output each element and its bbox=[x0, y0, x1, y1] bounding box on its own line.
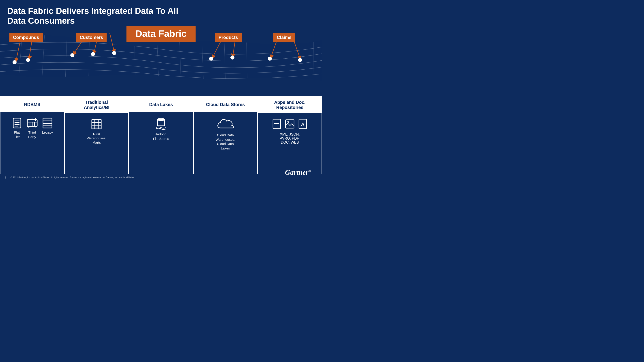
data-fabric-badge: Data Fabric bbox=[126, 26, 196, 42]
hadoop-label: Hadoop,File Stores bbox=[153, 132, 169, 141]
svg-point-25 bbox=[70, 53, 74, 57]
flat-files-item: FlatFiles bbox=[12, 118, 22, 139]
apps-docs-header: Apps and Doc.Repositories bbox=[258, 97, 322, 113]
svg-point-24 bbox=[26, 58, 30, 62]
flat-files-icon bbox=[12, 118, 22, 128]
third-party-label: ThirdParty bbox=[28, 130, 36, 139]
svg-line-13 bbox=[313, 31, 314, 89]
svg-point-26 bbox=[91, 52, 95, 56]
svg-rect-42 bbox=[92, 119, 101, 129]
image-doc-icon bbox=[284, 119, 295, 129]
svg-text:A: A bbox=[301, 121, 304, 127]
third-party-item: ThirdParty bbox=[27, 118, 38, 139]
cloud-data-stores-category: Cloud Data Stores Cloud DataWarehouses,C… bbox=[193, 96, 258, 174]
cloud-label: Cloud DataWarehouses,Cloud DataLakes bbox=[216, 133, 235, 150]
cloud-item: Cloud DataWarehouses,Cloud DataLakes bbox=[216, 118, 235, 150]
svg-point-55 bbox=[287, 121, 289, 123]
xml-doc-item bbox=[272, 119, 282, 129]
data-warehouse-item: DataWarehouses/Marts bbox=[87, 119, 106, 145]
svg-line-10 bbox=[246, 31, 248, 89]
data-categories-section: RDBMS FlatFiles bbox=[0, 96, 322, 174]
page-number: 4 bbox=[4, 176, 6, 179]
cloud-icon bbox=[216, 118, 234, 131]
svg-rect-32 bbox=[13, 118, 21, 128]
customers-label: Customers bbox=[76, 33, 106, 42]
gartner-logo: Gartner® bbox=[285, 168, 311, 177]
svg-point-28 bbox=[209, 57, 213, 61]
rdbms-header: RDBMS bbox=[0, 97, 64, 112]
text-doc-item: A bbox=[297, 119, 308, 129]
data-warehouse-label: DataWarehouses/Marts bbox=[87, 132, 106, 145]
hadoop-icon bbox=[155, 118, 167, 130]
svg-line-8 bbox=[202, 31, 204, 89]
analytics-header: TraditionalAnalytics/BI bbox=[65, 97, 128, 113]
legacy-label: Legacy bbox=[42, 130, 53, 135]
apps-docs-icons: A XML, JSON,AVRO, PDF,DOC, WEB bbox=[258, 113, 322, 147]
svg-point-29 bbox=[230, 55, 234, 59]
xml-label: XML, JSON,AVRO, PDF,DOC, WEB bbox=[260, 132, 319, 145]
apps-docs-category: Apps and Doc.Repositories bbox=[258, 96, 322, 174]
text-doc-icon: A bbox=[297, 119, 308, 129]
page-title: Data Fabric Delivers Integrated Data To … bbox=[7, 6, 182, 26]
svg-rect-54 bbox=[286, 120, 294, 128]
rdbms-icons: FlatFiles Thir bbox=[10, 112, 55, 141]
compounds-label: Compounds bbox=[10, 33, 43, 42]
data-lakes-header: Data Lakes bbox=[129, 97, 193, 112]
svg-point-27 bbox=[112, 51, 116, 55]
hadoop-item: Hadoop,File Stores bbox=[153, 118, 169, 141]
rdbms-category: RDBMS FlatFiles bbox=[0, 96, 64, 174]
legacy-icon bbox=[42, 118, 53, 128]
analytics-icons: DataWarehouses/Marts bbox=[84, 113, 108, 147]
svg-point-23 bbox=[12, 60, 16, 64]
svg-rect-50 bbox=[273, 119, 280, 129]
third-party-icon bbox=[27, 118, 38, 128]
copyright-text: © 2021 Gartner, Inc. and/or its affiliat… bbox=[10, 176, 134, 179]
footer: 4 © 2021 Gartner, Inc. and/or its affili… bbox=[4, 176, 318, 179]
data-lakes-icons: Hadoop,File Stores bbox=[151, 112, 171, 143]
legacy-item: Legacy bbox=[42, 118, 53, 135]
cloud-icons: Cloud DataWarehouses,Cloud DataLakes bbox=[214, 112, 238, 153]
products-label: Products bbox=[215, 33, 242, 42]
svg-rect-38 bbox=[43, 118, 52, 128]
svg-point-30 bbox=[268, 57, 272, 61]
svg-line-2 bbox=[65, 31, 67, 89]
flat-files-label: FlatFiles bbox=[14, 130, 20, 139]
cloud-data-stores-header: Cloud Data Stores bbox=[194, 97, 257, 112]
claims-label: Claims bbox=[273, 33, 295, 42]
analytics-category: TraditionalAnalytics/BI DataWarehouses/M… bbox=[64, 96, 129, 174]
data-warehouse-icon bbox=[91, 119, 102, 130]
image-doc-item bbox=[284, 119, 295, 129]
data-lakes-category: Data Lakes Hadoop,File Stores bbox=[129, 96, 193, 174]
svg-point-31 bbox=[298, 58, 302, 62]
xml-doc-icon bbox=[272, 119, 282, 129]
